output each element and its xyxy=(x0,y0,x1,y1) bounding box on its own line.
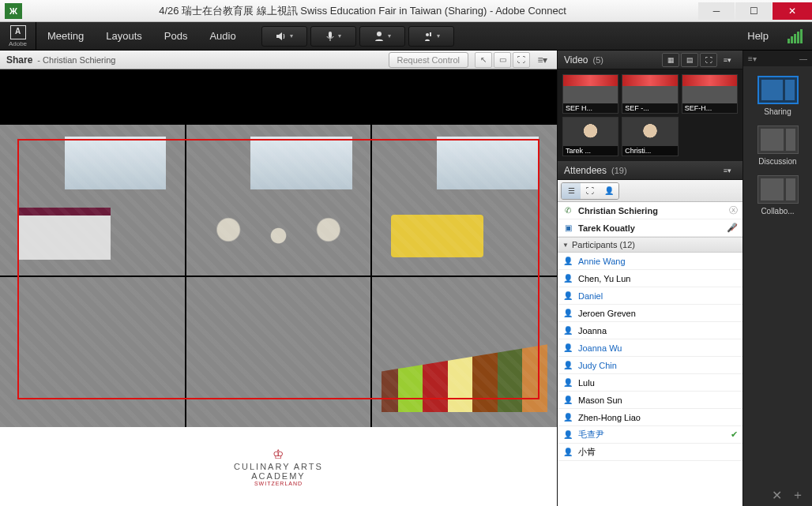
video-pod-menu-icon[interactable]: ≡▾ xyxy=(719,53,736,67)
share-pod: Share - Christian Schiering Request Cont… xyxy=(0,51,558,506)
window-maximize-button[interactable]: ☐ xyxy=(735,2,772,20)
attendees-view-list-icon[interactable]: ☰ xyxy=(562,183,581,199)
raise-hand-button[interactable]: ▾ xyxy=(408,26,454,47)
attendee-name: Jeroen Greven xyxy=(578,309,738,318)
layouts-collapse-icon[interactable]: — xyxy=(799,54,807,63)
attendee-role-icon: 👤 xyxy=(562,447,573,458)
app-menubar: A Adobe Meeting Layouts Pods Audio ▾ ▾ ▾… xyxy=(0,22,812,51)
attendee-row[interactable]: 👤Daniel xyxy=(558,287,742,305)
menu-pods[interactable]: Pods xyxy=(153,22,199,50)
whiteboard-tool-icon[interactable]: ▭ xyxy=(494,52,511,68)
attendee-role-icon: 👤 xyxy=(562,412,573,423)
fullscreen-icon[interactable]: ⛶ xyxy=(513,52,530,68)
layout-button[interactable]: Sharing xyxy=(755,76,801,116)
attendee-row[interactable]: 👤Zhen-Hong Liao xyxy=(558,409,742,426)
attendee-role-icon: 👤 xyxy=(562,429,573,440)
attendees-pod: ☰ ⛶ 👤 ✆Christian Schieringⓧ▣Tarek Kouatl… xyxy=(558,180,742,506)
app-badge-icon: Ж xyxy=(5,3,22,19)
attendee-name: 毛查尹 xyxy=(578,429,726,440)
menu-meeting[interactable]: Meeting xyxy=(36,22,95,50)
attendees-pod-title: Attendees xyxy=(564,165,607,176)
video-feed[interactable]: SEF -... xyxy=(622,74,678,114)
attendees-view-status-icon[interactable]: 👤 xyxy=(600,183,618,199)
attendee-name: 小肯 xyxy=(578,446,738,458)
speaker-button[interactable]: ▾ xyxy=(261,26,307,47)
layout-add-button[interactable]: ＋ xyxy=(791,487,804,504)
attendee-row[interactable]: 👤Chen, Yu Lun xyxy=(558,270,742,287)
attendee-row[interactable]: 👤Lulu xyxy=(558,374,742,392)
attendees-toolbar: ☰ ⛶ 👤 xyxy=(558,180,742,202)
share-pod-header: Share - Christian Schiering Request Cont… xyxy=(0,51,557,69)
attendee-role-icon: 👤 xyxy=(562,395,573,406)
attendee-role-icon: 👤 xyxy=(562,273,573,284)
attendees-list[interactable]: ✆Christian Schieringⓧ▣Tarek Kouatly🎤̸▼Pa… xyxy=(558,202,742,506)
layout-button[interactable]: Collabo... xyxy=(755,175,801,216)
layout-delete-button[interactable]: ✕ xyxy=(772,488,782,503)
layout-button[interactable]: Discussion xyxy=(755,126,801,166)
collage-buffet xyxy=(372,277,557,428)
slide-crest-icon: ♔ xyxy=(273,447,284,462)
video-feed[interactable]: SEF H... xyxy=(562,74,618,114)
speaker-icon xyxy=(276,32,287,41)
window-title: 4/26 瑞士在台教育展 線上視訊 Swiss Education Fair i… xyxy=(27,4,698,18)
connection-signal-icon xyxy=(778,29,812,43)
status-button[interactable]: ▾ xyxy=(359,26,405,47)
attendee-row[interactable]: ▣Tarek Kouatly🎤̸ xyxy=(558,219,742,237)
share-presenter-name: - Christian Schiering xyxy=(37,55,115,65)
attendee-name: Lulu xyxy=(578,378,738,388)
menu-layouts[interactable]: Layouts xyxy=(95,22,153,50)
attendees-count: (19) xyxy=(611,166,627,175)
attendee-name: Judy Chin xyxy=(578,361,738,370)
slide-photo-collage xyxy=(0,125,557,427)
attendee-row[interactable]: 👤Mason Sun xyxy=(558,392,742,409)
attendee-status-icon: ✔ xyxy=(731,429,738,440)
video-grid-icon[interactable]: ▦ xyxy=(662,53,679,67)
attendee-name: Joanna xyxy=(578,326,738,335)
attendees-pod-menu-icon[interactable]: ≡▾ xyxy=(719,163,736,178)
request-control-button[interactable]: Request Control xyxy=(389,52,469,68)
attendees-section-label: Participants (12) xyxy=(572,240,635,249)
video-feed-label: Tarek ... xyxy=(563,146,618,156)
window-minimize-button[interactable]: ─ xyxy=(698,2,735,20)
video-feed-label: SEF-H... xyxy=(682,103,737,113)
svg-rect-0 xyxy=(329,32,332,38)
menu-audio[interactable]: Audio xyxy=(198,22,246,50)
attendee-name: Chen, Yu Lun xyxy=(578,274,738,283)
video-strip-icon[interactable]: ▤ xyxy=(681,53,698,67)
attendee-name: Zhen-Hong Liao xyxy=(578,413,738,422)
attendee-row[interactable]: 👤Jeroen Greven xyxy=(558,305,742,322)
window-titlebar: Ж 4/26 瑞士在台教育展 線上視訊 Swiss Education Fair… xyxy=(0,0,812,22)
attendee-row[interactable]: 👤Joanna Wu xyxy=(558,339,742,357)
attendees-section-header[interactable]: ▼Participants (12) xyxy=(558,237,742,253)
attendee-row[interactable]: 👤小肯 xyxy=(558,444,742,461)
microphone-button[interactable]: ▾ xyxy=(310,26,356,47)
adobe-logo: A Adobe xyxy=(0,22,36,51)
video-fullscreen-icon[interactable]: ⛶ xyxy=(700,53,717,67)
collage-cafe xyxy=(186,277,371,428)
video-feed-label: SEF -... xyxy=(622,103,677,113)
attendee-name: Tarek Kouatly xyxy=(578,223,722,233)
menu-help[interactable]: Help xyxy=(738,22,778,50)
pointer-tool-icon[interactable]: ↖ xyxy=(475,52,492,68)
attendee-row[interactable]: 👤Joanna xyxy=(558,322,742,339)
attendee-row[interactable]: 👤Annie Wang xyxy=(558,253,742,270)
share-pod-menu-icon[interactable]: ≡▾ xyxy=(535,54,551,66)
collage-dining-hall xyxy=(186,125,371,275)
video-feed[interactable]: Tarek ... xyxy=(562,117,618,156)
layouts-options-icon[interactable]: ≡▾ xyxy=(748,54,757,63)
attendees-view-grid-icon[interactable]: ⛶ xyxy=(581,183,600,199)
person-status-icon xyxy=(374,31,385,42)
collage-study-room xyxy=(0,277,185,428)
attendee-role-icon: 👤 xyxy=(562,256,573,267)
attendee-role-icon: 👤 xyxy=(562,308,573,319)
attendee-row[interactable]: 👤毛查尹✔ xyxy=(558,426,742,444)
attendee-row[interactable]: 👤Judy Chin xyxy=(558,357,742,374)
video-feed[interactable]: Christi... xyxy=(622,117,678,156)
layout-label: Collabo... xyxy=(761,207,794,216)
layout-label: Sharing xyxy=(764,107,791,116)
attendee-row[interactable]: ✆Christian Schieringⓧ xyxy=(558,202,742,219)
layout-thumbnail xyxy=(757,126,799,154)
video-feed[interactable]: SEF-H... xyxy=(682,74,738,114)
layout-label: Discussion xyxy=(758,157,796,166)
window-close-button[interactable]: ✕ xyxy=(773,2,812,20)
